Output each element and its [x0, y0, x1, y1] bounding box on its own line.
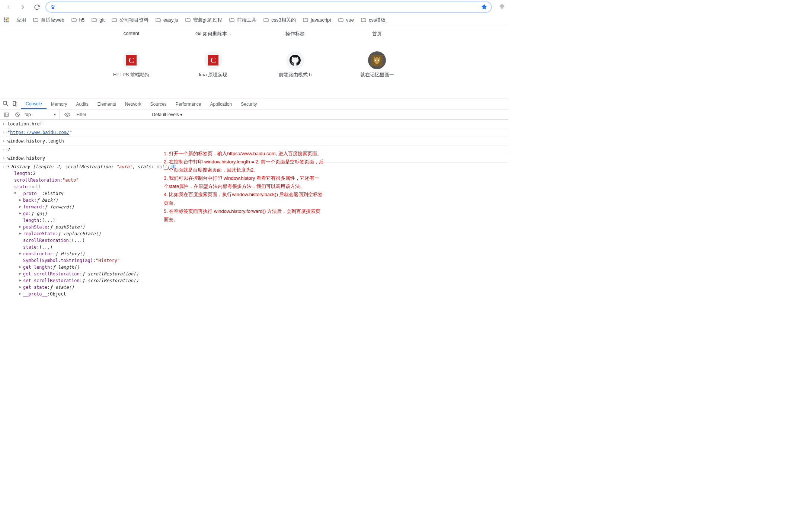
reload-button[interactable] [31, 1, 42, 13]
apps-grid-icon[interactable] [3, 17, 10, 23]
proto-prop[interactable]: ▶state: (...) [19, 244, 506, 250]
folder-icon [361, 17, 367, 23]
console-output-line: ‹· "https://www.baidu.com/" [0, 128, 508, 137]
bookmark-folder[interactable]: vue [338, 17, 354, 23]
svg-rect-10 [4, 21, 5, 22]
annotation-line: 1. 打开一个新的标签页，输入https://www.baidu.com, 进入… [164, 150, 324, 158]
tab-application[interactable]: Application [206, 99, 237, 109]
tab-console[interactable]: Console [21, 99, 47, 109]
bookmark-star-icon[interactable] [481, 3, 487, 11]
folder-icon [111, 17, 117, 23]
svg-rect-6 [7, 17, 9, 19]
proto-getter[interactable]: ▶get length: ƒ length() [19, 264, 506, 271]
proto-getter[interactable]: ▶get scrollRestoration: ƒ scrollRestorat… [19, 271, 506, 277]
bookmark-folder[interactable]: git [91, 17, 105, 23]
execution-context-select[interactable]: top ▼ [25, 109, 60, 119]
console-output[interactable]: › location.href ‹· "https://www.baidu.co… [0, 120, 508, 328]
folder-icon [71, 17, 77, 23]
bookmark-folder[interactable]: css模板 [361, 17, 386, 23]
bookmark-folder[interactable]: css3相关的 [263, 17, 296, 23]
proto-prop[interactable]: ▶Symbol(Symbol.toStringTag): "History" [19, 257, 506, 264]
shortcut-row-1: content Git 如何删除本... 操作标签 首页 [0, 31, 508, 37]
svg-rect-4 [4, 17, 5, 19]
proto-setter[interactable]: ▶set scrollRestoration: ƒ scrollRestorat… [19, 277, 506, 284]
tab-sources[interactable]: Sources [146, 99, 171, 109]
proto-proto[interactable]: ▶__proto__: Object [19, 291, 506, 297]
shortcut-tile[interactable]: 操作标签 [271, 31, 319, 37]
devtools-tab-bar: Console Memory Audits Elements Network S… [0, 99, 508, 109]
proto-getter[interactable]: ▶get state: ƒ state() [19, 284, 506, 291]
bookmarks-bar: 应用 自适应web h5 git 公司项目资料 easy.js 安装git的过程… [0, 14, 508, 26]
inspect-element-icon[interactable] [3, 101, 9, 108]
tab-network[interactable]: Network [121, 99, 146, 109]
filter-input[interactable] [75, 111, 146, 118]
folder-icon [303, 17, 309, 23]
bookmark-folder[interactable]: easy.js [155, 17, 178, 23]
svg-point-15 [378, 60, 379, 61]
tab-memory[interactable]: Memory [47, 99, 71, 109]
shortcut-tile[interactable] [353, 51, 401, 69]
tab-security[interactable]: Security [236, 99, 261, 109]
svg-point-0 [51, 6, 52, 7]
bookmark-folder[interactable]: 自适应web [33, 17, 64, 23]
tab-audits[interactable]: Audits [71, 99, 93, 109]
tab-elements[interactable]: Elements [93, 99, 121, 109]
browser-toolbar [0, 0, 508, 14]
folder-icon [91, 17, 97, 23]
new-tab-page: content Git 如何删除本... 操作标签 首页 C C HTTPS 前… [0, 26, 508, 99]
folder-icon [229, 17, 235, 23]
bookmark-folder[interactable]: 公司项目资料 [111, 17, 148, 23]
url-link[interactable]: https://www.baidu.com/ [10, 130, 69, 135]
shortcut-tile[interactable]: C [107, 51, 156, 69]
back-button[interactable] [3, 1, 14, 13]
log-levels-select[interactable]: Default levels ▾ [149, 109, 185, 119]
tile-label: 前端路由模式 h [271, 71, 319, 78]
annotation-overlay: 1. 打开一个新的标签页，输入https://www.baidu.com, 进入… [164, 150, 324, 224]
svg-point-3 [52, 7, 54, 9]
folder-icon [155, 17, 161, 23]
svg-point-2 [54, 6, 55, 7]
console-toolbar: top ▼ Default levels ▾ [0, 109, 508, 120]
svg-point-21 [67, 114, 68, 115]
site-paw-icon [50, 4, 56, 10]
proto-method[interactable]: ▶replaceState: ƒ replaceState() [19, 230, 506, 237]
tile-label: koa 原理实现 [189, 71, 237, 78]
tile-label: 就在记忆里画一 [353, 71, 401, 78]
shortcut-row-2-labels: HTTPS 前端劫持 koa 原理实现 前端路由模式 h 就在记忆里画一 [0, 71, 508, 78]
folder-icon [263, 17, 269, 23]
svg-rect-11 [6, 21, 7, 22]
bookmark-folder[interactable]: 前端工具 [229, 17, 256, 23]
bookmark-folder[interactable]: javascript [303, 17, 331, 23]
bookmark-folder[interactable]: 安装git的过程 [185, 17, 223, 23]
proto-method[interactable]: ▶pushState: ƒ pushState() [19, 224, 506, 230]
shortcut-tile[interactable]: Git 如何删除本... [189, 31, 237, 37]
address-bar[interactable] [45, 1, 492, 13]
tile-label: HTTPS 前端劫持 [107, 71, 156, 78]
extension-icon[interactable] [499, 3, 505, 11]
shortcut-tile[interactable]: C [189, 51, 237, 69]
devtools-panel: Console Memory Audits Elements Network S… [0, 99, 508, 328]
chevron-down-icon: ▼ [53, 113, 57, 116]
shortcut-tile[interactable] [271, 51, 319, 69]
proto-method[interactable]: ▶constructor: ƒ History() [19, 250, 506, 257]
live-expression-icon[interactable] [63, 109, 72, 119]
folder-icon [185, 17, 191, 23]
shortcut-tile[interactable]: 首页 [353, 31, 401, 37]
tile-icon: C [122, 51, 140, 69]
forward-button[interactable] [17, 1, 28, 13]
clear-console-icon[interactable] [13, 112, 22, 117]
folder-icon [33, 17, 39, 23]
proto-prop[interactable]: ▶scrollRestoration: (...) [19, 237, 506, 244]
shortcut-row-2: C C [0, 51, 508, 69]
url-input[interactable] [59, 4, 478, 10]
shortcut-tile[interactable]: content [107, 31, 156, 37]
apps-label[interactable]: 应用 [16, 17, 26, 23]
tab-performance[interactable]: Performance [171, 99, 206, 109]
bookmark-folder[interactable]: h5 [71, 17, 84, 23]
device-toggle-icon[interactable] [12, 101, 18, 108]
annotation-line: 3. 我们可以在控制台中打印 window.history 看看它有很多属性，它… [164, 174, 324, 191]
console-input-line: › window.history.length [0, 137, 508, 146]
annotation-line: 2. 在控制台中打印 window.history.length = 2; 前一… [164, 158, 324, 174]
svg-rect-5 [6, 17, 7, 19]
console-sidebar-toggle-icon[interactable] [2, 112, 10, 117]
